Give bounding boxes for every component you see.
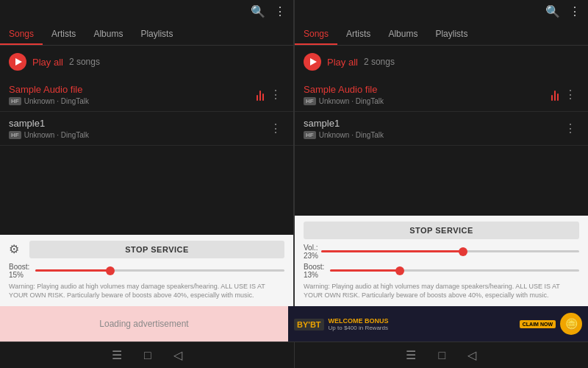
song-more-icon-1-right[interactable]: ⋮	[562, 86, 579, 103]
nav-home-icon-right[interactable]: □	[438, 349, 445, 362]
ad-headline: WELCOME BONUS	[329, 317, 515, 325]
boost-fill-right	[330, 269, 400, 272]
stop-service-button-left[interactable]: STOP SERVICE	[29, 241, 284, 258]
song-controls-2-left: ⋮	[267, 120, 284, 137]
stop-service-button-right[interactable]: STOP SERVICE	[304, 222, 579, 239]
boost-slider-row-left: Boost:15%	[9, 263, 284, 279]
song-more-icon-1-left[interactable]: ⋮	[267, 86, 284, 103]
claim-now-button[interactable]: CLAIM NOW	[520, 320, 556, 328]
nav-menu-icon-right[interactable]: ☰	[406, 348, 416, 362]
play-triangle-left	[15, 58, 22, 66]
song-item-2-left[interactable]: sample1 HF Unknown · DingTalk ⋮	[0, 112, 293, 146]
right-content: Play all 2 songs Sample Audio file HF Un…	[295, 46, 588, 216]
left-bottom-controls: ⚙ STOP SERVICE Boost:15% Warning: Playin…	[0, 235, 293, 306]
warning-text-right: Warning: Playing audio at high volumes m…	[304, 282, 579, 300]
ad-brand-text: BY'BT	[294, 317, 324, 330]
tab-playlists-left[interactable]: Playlists	[132, 23, 182, 45]
more-options-icon[interactable]: ⋮	[274, 4, 286, 18]
song-artist-2-left: Unknown · DingTalk	[24, 131, 89, 139]
stop-service-row-right: STOP SERVICE	[304, 222, 579, 239]
tab-artists-left[interactable]: Artists	[43, 23, 85, 45]
song-item-2-right[interactable]: sample1 HF Unknown · DingTalk ⋮	[295, 112, 588, 146]
song-title-2-right: sample1	[304, 118, 562, 129]
play-all-button-left[interactable]	[9, 53, 26, 71]
left-tabs-row: Songs Artists Albums Playlists	[0, 23, 293, 46]
search-icon-right[interactable]: 🔍	[545, 4, 560, 18]
song-info-2-left: sample1 HF Unknown · DingTalk	[9, 118, 267, 139]
play-triangle-right	[310, 58, 317, 66]
song-meta-2-left: HF Unknown · DingTalk	[9, 131, 267, 139]
rbar1	[551, 95, 553, 101]
hifi-badge-2-right: HF	[304, 131, 316, 139]
song-controls-2-right: ⋮	[562, 120, 579, 137]
nav-menu-icon-left[interactable]: ☰	[112, 348, 122, 362]
boost-thumb-left[interactable]	[106, 266, 115, 275]
boost-thumb-right[interactable]	[395, 266, 404, 275]
ad-left[interactable]: Loading advertisement	[0, 306, 288, 342]
boost-label-left: Boost:15%	[9, 263, 29, 279]
play-all-label-left: Play all	[32, 57, 63, 68]
boost-track-right[interactable]	[330, 269, 579, 272]
song-item-1-left[interactable]: Sample Audio file HF Unknown · DingTalk …	[0, 78, 293, 112]
boost-fill-left	[35, 269, 110, 272]
nav-home-icon-left[interactable]: □	[144, 349, 151, 362]
song-item-1-right[interactable]: Sample Audio file HF Unknown · DingTalk …	[295, 78, 588, 112]
ad-right[interactable]: BY'BT WELCOME BONUS Up to $400 in Reward…	[288, 306, 588, 342]
right-bottom-controls: STOP SERVICE Vol.:23% Boost:13% Warning:…	[295, 216, 588, 306]
song-meta-1-left: HF Unknown · DingTalk	[9, 97, 257, 105]
vol-track-right[interactable]	[321, 250, 579, 252]
nav-back-icon-left[interactable]: ◁	[173, 348, 182, 362]
boost-slider-row-right: Boost:13%	[304, 263, 579, 279]
ad-banner: Loading advertisement BY'BT WELCOME BONU…	[0, 306, 588, 342]
left-panel-header: 🔍 ⋮	[0, 0, 293, 23]
bar3	[262, 93, 265, 101]
tab-songs-right[interactable]: Songs	[295, 23, 337, 45]
song-artist-2-right: Unknown · DingTalk	[319, 131, 384, 139]
rbar2	[554, 91, 556, 101]
vol-fill-right	[321, 250, 463, 252]
right-tabs-row: Songs Artists Albums Playlists	[295, 23, 588, 46]
right-panel-header: 🔍 ⋮	[295, 0, 588, 23]
song-count-left: 2 songs	[69, 57, 100, 67]
song-controls-1-right: ⋮	[551, 86, 580, 103]
song-info-1-left: Sample Audio file HF Unknown · DingTalk	[9, 84, 257, 105]
right-panel: 🔍 ⋮ Songs Artists Albums Playlists Play …	[295, 0, 588, 306]
play-all-button-right[interactable]	[304, 53, 321, 71]
tab-artists-right[interactable]: Artists	[337, 23, 379, 45]
tab-playlists-right[interactable]: Playlists	[426, 23, 476, 45]
search-icon[interactable]: 🔍	[251, 4, 265, 18]
vol-thumb-right[interactable]	[459, 247, 467, 256]
hifi-badge-1-right: HF	[304, 97, 316, 105]
more-options-icon-right[interactable]: ⋮	[569, 4, 581, 18]
nav-bar: ☰ □ ◁ ☰ □ ◁	[0, 342, 588, 368]
nav-back-icon-right[interactable]: ◁	[467, 348, 476, 362]
song-title-2-left: sample1	[9, 118, 267, 129]
boost-track-left[interactable]	[35, 269, 284, 272]
song-title-1-right: Sample Audio file	[304, 84, 551, 95]
song-more-icon-2-left[interactable]: ⋮	[267, 120, 284, 137]
vol-row-right: Vol.:23%	[304, 244, 579, 260]
hifi-badge-2-left: HF	[9, 131, 21, 139]
play-all-row-right: Play all 2 songs	[295, 46, 588, 78]
stop-service-row-left: ⚙ STOP SERVICE	[9, 241, 284, 258]
equalizer-icon-right	[551, 89, 559, 101]
song-controls-1-left: ⋮	[257, 86, 285, 103]
play-all-row-left: Play all 2 songs	[0, 46, 293, 78]
left-panel: 🔍 ⋮ Songs Artists Albums Playlists Play …	[0, 0, 294, 306]
nav-left: ☰ □ ◁	[0, 342, 294, 368]
ad-content: WELCOME BONUS Up to $400 in Rewards	[329, 317, 515, 331]
ad-subline: Up to $400 in Rewards	[329, 325, 515, 331]
song-count-right: 2 songs	[364, 57, 395, 67]
song-artist-1-right: Unknown · DingTalk	[319, 97, 384, 105]
nav-right: ☰ □ ◁	[294, 342, 589, 368]
song-meta-2-right: HF Unknown · DingTalk	[304, 131, 562, 139]
tab-albums-right[interactable]: Albums	[379, 23, 426, 45]
song-more-icon-2-right[interactable]: ⋮	[562, 120, 579, 137]
gear-icon-left[interactable]: ⚙	[9, 242, 24, 257]
tab-songs-left[interactable]: Songs	[0, 23, 43, 45]
tab-albums-left[interactable]: Albums	[85, 23, 132, 45]
vol-label-right: Vol.:23%	[304, 244, 318, 260]
song-meta-1-right: HF Unknown · DingTalk	[304, 97, 551, 105]
boost-label-right: Boost:13%	[304, 263, 324, 279]
play-all-label-right: Play all	[327, 57, 358, 68]
